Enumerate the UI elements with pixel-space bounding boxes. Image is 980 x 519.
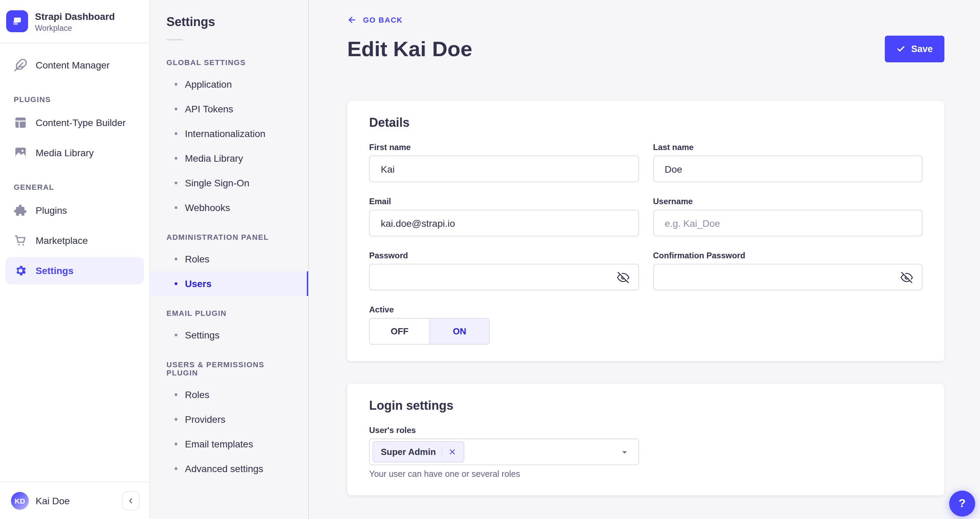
go-back-link[interactable]: GO BACK xyxy=(347,15,402,25)
save-button[interactable]: Save xyxy=(885,36,944,62)
page-header: Edit Kai Doe Save xyxy=(347,36,944,62)
subnav-section-title: EMAIL PLUGIN xyxy=(166,309,297,317)
last-name-label: Last name xyxy=(653,143,923,152)
subnav-item-label: Email templates xyxy=(185,438,253,449)
sidebar-item-marketplace[interactable]: Marketplace xyxy=(5,227,144,254)
toggle-password-visibility-button[interactable] xyxy=(615,270,630,285)
subnav-item-label: Providers xyxy=(185,414,225,425)
sidebar-item-media-library[interactable]: Media Library xyxy=(5,139,144,167)
details-form: First name Last name Email Username Pass xyxy=(369,143,923,345)
close-icon xyxy=(449,448,457,455)
subnav-item-label: Advanced settings xyxy=(185,463,263,474)
gear-icon xyxy=(14,264,27,277)
sidebar-item-settings[interactable]: Settings xyxy=(5,257,144,284)
subnav-item-label: Roles xyxy=(185,253,210,264)
sidebar-item-label: Media Library xyxy=(36,147,94,158)
subnav-item-label: Webhooks xyxy=(185,202,230,213)
subnav-item-media-library[interactable]: Media Library xyxy=(150,146,308,170)
save-button-label: Save xyxy=(911,44,933,54)
subnav-item-admin-users[interactable]: Users xyxy=(150,271,308,296)
sidebar-footer: KD Kai Doe xyxy=(0,481,149,519)
subnav-item-label: API Tokens xyxy=(185,103,233,115)
email-label: Email xyxy=(369,197,639,206)
login-settings-card: Login settings User's roles Super Admin xyxy=(347,384,944,495)
subnav-item-email-settings[interactable]: Settings xyxy=(150,323,308,347)
subnav-item-label: Settings xyxy=(185,330,220,341)
subnav-item-webhooks[interactable]: Webhooks xyxy=(150,195,308,220)
subnav-section-title: USERS & PERMISSIONS PLUGIN xyxy=(166,360,297,377)
subnav-item-label: Single Sign-On xyxy=(185,177,249,188)
first-name-field-group: First name xyxy=(369,143,639,182)
collapse-sidebar-button[interactable] xyxy=(122,491,140,510)
main-sidebar: Strapi Dashboard Workplace Content Manag… xyxy=(0,0,150,519)
sidebar-item-label: Plugins xyxy=(36,205,67,216)
sidebar-item-label: Content-Type Builder xyxy=(36,117,126,128)
arrow-left-icon xyxy=(347,15,357,25)
help-button[interactable]: ? xyxy=(949,490,975,516)
remove-role-button[interactable] xyxy=(449,448,457,455)
subnav-section-email-plugin: EMAIL PLUGIN Settings xyxy=(166,309,297,347)
first-name-input[interactable] xyxy=(369,156,639,182)
subnav-item-application[interactable]: Application xyxy=(150,72,308,97)
current-user-name[interactable]: Kai Doe xyxy=(36,495,70,506)
layout-grid-icon xyxy=(14,116,27,129)
main-nav: Content Manager PLUGINS Content-Type Bui… xyxy=(0,43,149,481)
subnav-item-label: Media Library xyxy=(185,153,243,164)
password-field-group: Password xyxy=(369,251,639,290)
password-input[interactable] xyxy=(369,264,639,290)
sidebar-section-plugins: PLUGINS xyxy=(14,95,144,103)
workspace-switcher[interactable]: Strapi Dashboard Workplace xyxy=(0,0,149,43)
toggle-confirmation-visibility-button[interactable] xyxy=(899,270,914,285)
chevron-left-icon xyxy=(127,497,135,505)
subnav-item-providers[interactable]: Providers xyxy=(150,407,308,431)
details-card-title: Details xyxy=(369,116,923,130)
users-roles-label: User's roles xyxy=(369,425,923,435)
subnav-item-admin-roles[interactable]: Roles xyxy=(150,247,308,271)
roles-hint-text: Your user can have one or several roles xyxy=(369,469,923,479)
sidebar-item-label: Content Manager xyxy=(36,60,110,70)
active-toggle-on[interactable]: ON xyxy=(430,318,489,344)
subnav-item-advanced-settings[interactable]: Advanced settings xyxy=(150,456,308,481)
password-label: Password xyxy=(369,251,639,260)
first-name-label: First name xyxy=(369,143,639,152)
active-toggle: OFF ON xyxy=(369,318,490,345)
go-back-label: GO BACK xyxy=(363,16,402,24)
login-settings-title: Login settings xyxy=(369,399,923,413)
email-input[interactable] xyxy=(369,210,639,236)
sidebar-section-general: GENERAL xyxy=(14,183,144,191)
last-name-field-group: Last name xyxy=(653,143,923,182)
sidebar-item-plugins[interactable]: Plugins xyxy=(5,197,144,224)
main-content: GO BACK Edit Kai Doe Save Details First … xyxy=(309,0,980,519)
brand-workspace: Workplace xyxy=(35,24,115,32)
subnav-item-label: Users xyxy=(185,278,212,289)
confirmation-password-field-group: Confirmation Password xyxy=(653,251,923,290)
users-roles-select[interactable]: Super Admin xyxy=(369,438,639,465)
sidebar-item-content-manager[interactable]: Content Manager xyxy=(5,51,144,79)
subnav-item-label: Roles xyxy=(185,389,210,400)
strapi-logo-icon xyxy=(6,10,28,32)
feather-icon xyxy=(14,58,27,72)
username-field-group: Username xyxy=(653,197,923,236)
username-input[interactable] xyxy=(653,210,923,236)
check-icon xyxy=(897,45,906,53)
subnav-section-administration-panel: ADMINISTRATION PANEL Roles Users xyxy=(166,233,297,296)
page-title: Edit Kai Doe xyxy=(347,36,472,62)
username-label: Username xyxy=(653,197,923,206)
eye-off-icon xyxy=(617,271,629,283)
subnav-item-up-roles[interactable]: Roles xyxy=(150,382,308,407)
sidebar-item-content-type-builder[interactable]: Content-Type Builder xyxy=(5,109,144,136)
subnav-item-label: Application xyxy=(185,79,232,90)
subnav-item-single-sign-on[interactable]: Single Sign-On xyxy=(150,170,308,195)
brand-text: Strapi Dashboard Workplace xyxy=(35,11,115,32)
subnav-item-api-tokens[interactable]: API Tokens xyxy=(150,97,308,121)
subnav-item-email-templates[interactable]: Email templates xyxy=(150,431,308,456)
question-mark-icon: ? xyxy=(959,497,966,510)
active-toggle-off[interactable]: OFF xyxy=(370,318,430,344)
role-tag-label: Super Admin xyxy=(381,447,436,457)
confirmation-password-input[interactable] xyxy=(653,264,923,290)
avatar[interactable]: KD xyxy=(11,492,29,509)
last-name-input[interactable] xyxy=(653,156,923,182)
subnav-item-internationalization[interactable]: Internationalization xyxy=(150,121,308,146)
shopping-cart-icon xyxy=(14,234,27,247)
eye-off-icon xyxy=(900,271,913,283)
